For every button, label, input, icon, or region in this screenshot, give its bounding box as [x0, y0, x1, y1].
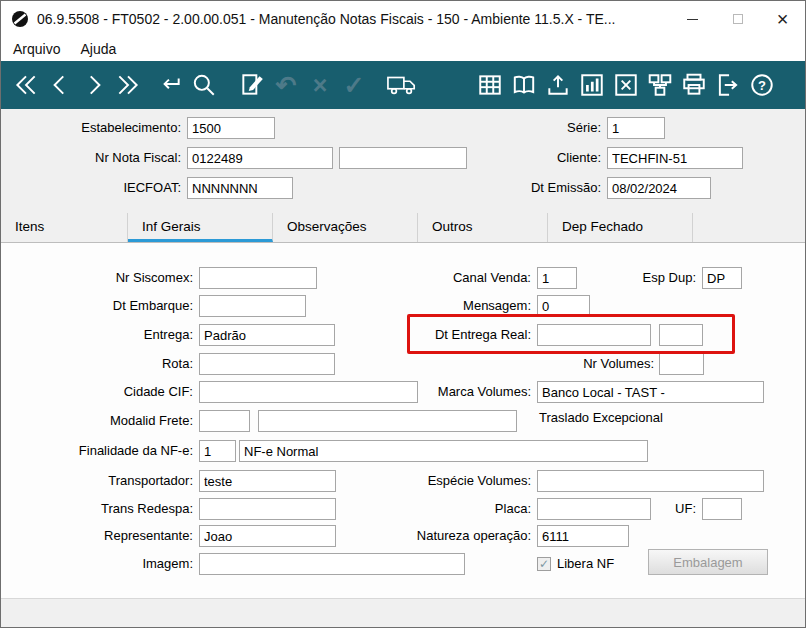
- delete-icon[interactable]: ×: [303, 68, 337, 102]
- menu-ajuda[interactable]: Ajuda: [70, 37, 126, 61]
- reference-guide-icon[interactable]: [507, 68, 541, 102]
- undo-icon[interactable]: ↶: [269, 68, 303, 102]
- estabelecimento-field[interactable]: [187, 117, 275, 139]
- finalidade-nfe-desc-field[interactable]: [239, 440, 648, 462]
- placa-label: Placa:: [341, 498, 531, 520]
- marca-volumes-field[interactable]: [537, 381, 764, 403]
- minimize-icon: [687, 19, 698, 20]
- tab-itens[interactable]: Itens: [1, 213, 128, 242]
- modalid-frete-field-2[interactable]: [258, 410, 517, 432]
- exit-icon[interactable]: [711, 68, 745, 102]
- menu-arquivo[interactable]: Arquivo: [3, 37, 70, 61]
- uf-label: UF:: [646, 498, 696, 520]
- help-icon[interactable]: ?: [745, 68, 779, 102]
- toolbar: ↶ × ✓ ?: [1, 61, 805, 109]
- enter-icon[interactable]: [153, 68, 187, 102]
- iecfoat-label: IECFOAT:: [1, 177, 181, 199]
- libera-nf-checkbox[interactable]: ✓: [537, 557, 551, 571]
- close-table-icon[interactable]: [609, 68, 643, 102]
- especie-volumes-field[interactable]: [537, 470, 764, 492]
- app-window: 06.9.5508 - FT0502 - 2.00.00.051 - Manut…: [0, 0, 806, 628]
- modalid-frete-field[interactable]: [199, 410, 250, 432]
- last-record-icon[interactable]: [111, 68, 145, 102]
- trans-redespa-field[interactable]: [199, 498, 336, 520]
- representante-field[interactable]: [199, 525, 336, 547]
- entrega-field[interactable]: [199, 324, 335, 346]
- maximize-icon: [733, 14, 743, 24]
- transportador-field[interactable]: [199, 470, 336, 492]
- nr-volumes-field[interactable]: [659, 353, 704, 375]
- form-area: Nr Siscomex: Canal Venda: Esp Dup: Dt Em…: [1, 243, 805, 598]
- embalagem-button[interactable]: Embalagem: [648, 549, 768, 575]
- rota-field[interactable]: [199, 353, 335, 375]
- mensagem-label: Mensagem:: [341, 295, 531, 317]
- nr-volumes-label: Nr Volumes:: [461, 353, 654, 375]
- window-controls: ×: [670, 1, 805, 37]
- svg-text:?: ?: [758, 78, 766, 93]
- dt-embarque-label: Dt Embarque:: [1, 295, 193, 317]
- nr-siscomex-label: Nr Siscomex:: [1, 267, 193, 289]
- natureza-operacao-label: Natureza operação:: [341, 525, 531, 547]
- natureza-operacao-field[interactable]: [537, 525, 629, 547]
- delivery-truck-icon[interactable]: [385, 68, 419, 102]
- tab-outros[interactable]: Outros: [418, 213, 548, 242]
- nr-nota-fiscal-label: Nr Nota Fiscal:: [1, 147, 181, 169]
- finalidade-nfe-field[interactable]: [199, 440, 236, 462]
- related-tables-icon[interactable]: [643, 68, 677, 102]
- check-icon: ✓: [539, 557, 549, 571]
- menubar: Arquivo Ajuda: [1, 37, 805, 61]
- finalidade-nfe-label: Finalidade da NF-e:: [1, 440, 193, 462]
- dt-entrega-real-label: Dt Entrega Real:: [341, 324, 531, 346]
- entrega-label: Entrega:: [1, 324, 193, 346]
- search-icon[interactable]: [187, 68, 221, 102]
- esp-dup-field[interactable]: [702, 267, 742, 289]
- minimize-button[interactable]: [670, 1, 715, 37]
- especie-volumes-label: Espécie Volumes:: [341, 470, 531, 492]
- canal-venda-field[interactable]: [537, 267, 577, 289]
- dt-emissao-label: Dt Emissão:: [421, 177, 601, 199]
- status-bar: [1, 598, 805, 627]
- tab-inf-gerais[interactable]: Inf Gerais: [128, 213, 273, 242]
- cidade-cif-label: Cidade CIF:: [1, 381, 193, 403]
- dt-entrega-real-field-2[interactable]: [659, 324, 703, 346]
- marca-volumes-label: Marca Volumes:: [341, 381, 531, 403]
- modalid-frete-label: Modalid Frete:: [1, 410, 193, 432]
- canal-venda-label: Canal Venda:: [341, 267, 531, 289]
- confirm-icon[interactable]: ✓: [337, 68, 371, 102]
- maximize-button[interactable]: [715, 1, 760, 37]
- header-panel: Estabelecimento: Série: Nr Nota Fiscal: …: [1, 109, 805, 213]
- uf-field[interactable]: [702, 498, 742, 520]
- previous-record-icon[interactable]: [43, 68, 77, 102]
- mensagem-field[interactable]: [537, 295, 590, 317]
- upload-icon[interactable]: [541, 68, 575, 102]
- chart-icon[interactable]: [575, 68, 609, 102]
- tab-observacoes[interactable]: Observações: [273, 213, 418, 242]
- nr-siscomex-field[interactable]: [199, 267, 317, 289]
- imagem-field[interactable]: [199, 553, 465, 575]
- cliente-label: Cliente:: [421, 147, 601, 169]
- table-view-icon[interactable]: [473, 68, 507, 102]
- tabstrip: Itens Inf Gerais Observações Outros Dep …: [1, 213, 805, 243]
- close-icon: ×: [777, 9, 789, 29]
- dt-entrega-real-field[interactable]: [537, 324, 651, 346]
- trans-redespa-label: Trans Redespa:: [1, 498, 193, 520]
- print-icon[interactable]: [677, 68, 711, 102]
- esp-dup-label: Esp Dup:: [601, 267, 696, 289]
- dt-embarque-field[interactable]: [199, 295, 306, 317]
- traslado-excepcional-text: Traslado Excepcional: [539, 407, 663, 429]
- edit-document-icon[interactable]: [235, 68, 269, 102]
- dt-emissao-field[interactable]: [607, 177, 711, 199]
- tab-dep-fechado[interactable]: Dep Fechado: [548, 213, 693, 242]
- serie-field[interactable]: [607, 117, 665, 139]
- close-button[interactable]: ×: [760, 1, 805, 37]
- estabelecimento-label: Estabelecimento:: [1, 117, 181, 139]
- serie-label: Série:: [421, 117, 601, 139]
- window-title: 06.9.5508 - FT0502 - 2.00.00.051 - Manut…: [37, 11, 670, 27]
- next-record-icon[interactable]: [77, 68, 111, 102]
- cliente-field[interactable]: [607, 147, 743, 169]
- placa-field[interactable]: [537, 498, 651, 520]
- iecfoat-field[interactable]: [187, 177, 293, 199]
- imagem-label: Imagem:: [1, 553, 193, 575]
- nr-nota-fiscal-field[interactable]: [187, 147, 333, 169]
- first-record-icon[interactable]: [9, 68, 43, 102]
